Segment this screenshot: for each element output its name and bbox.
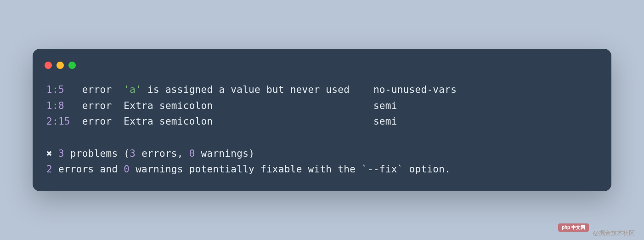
- error-message: is assigned a value but never used: [141, 84, 373, 95]
- error-location: 2:15: [46, 116, 82, 127]
- error-severity: error: [82, 100, 124, 111]
- error-rule: no-unused-vars: [373, 84, 457, 95]
- fixable-warnings-count: 0: [124, 164, 130, 175]
- brand-pill: php 中文网: [558, 223, 589, 232]
- terminal-output: 1:5 error 'a' is assigned a value but ne…: [33, 82, 611, 177]
- summary-errors-count: 3: [130, 148, 136, 159]
- error-message: Extra semicolon: [124, 116, 373, 127]
- fixable-text: errors and: [52, 164, 124, 175]
- maximize-icon[interactable]: [68, 62, 76, 69]
- error-rule: semi: [373, 116, 397, 127]
- summary-text: warnings): [195, 148, 254, 159]
- summary-problems-count: 3: [58, 148, 64, 159]
- close-icon[interactable]: [45, 62, 52, 69]
- minimize-icon[interactable]: [56, 62, 64, 69]
- error-location: 1:8: [46, 100, 82, 111]
- error-rule: semi: [373, 100, 397, 111]
- watermark-text: @掘金技术社区: [593, 229, 635, 237]
- summary-text: problems (: [64, 148, 130, 159]
- fixable-text: warnings potentially fixable with the `-…: [130, 164, 451, 175]
- error-message: Extra semicolon: [124, 100, 373, 111]
- fixable-errors-count: 2: [46, 164, 52, 175]
- error-severity: error: [82, 116, 124, 127]
- error-quoted: 'a': [124, 84, 141, 95]
- error-location: 1:5: [46, 84, 82, 95]
- window-titlebar: [33, 58, 611, 82]
- error-severity: error: [82, 84, 124, 95]
- summary-cross-icon: ✖: [46, 148, 52, 159]
- summary-warnings-count: 0: [189, 148, 195, 159]
- terminal-window: 1:5 error 'a' is assigned a value but ne…: [33, 49, 611, 191]
- summary-text: errors,: [136, 148, 189, 159]
